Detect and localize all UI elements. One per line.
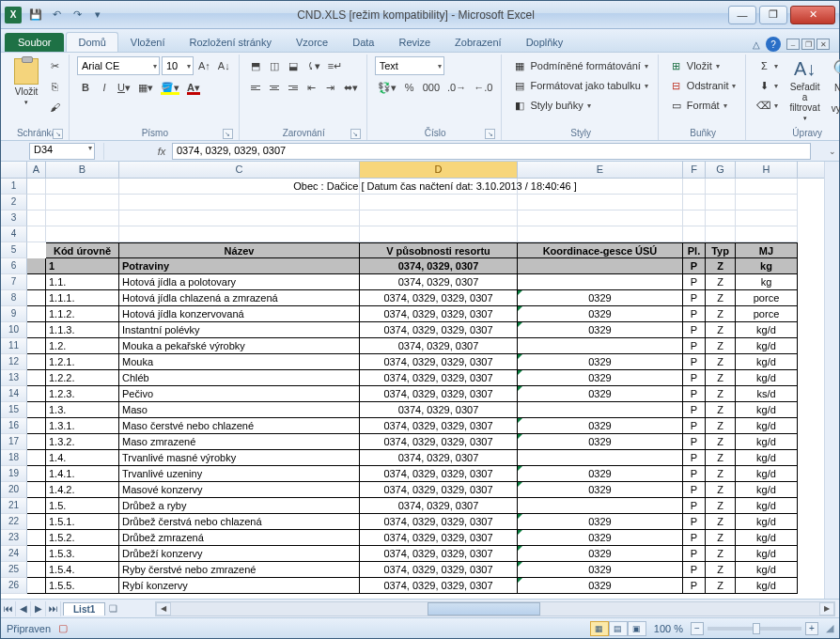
zoom-level[interactable]: 100 % bbox=[654, 623, 683, 634]
cell[interactable] bbox=[27, 498, 46, 514]
cell[interactable]: 0374, 0329, 0329, 0307 bbox=[360, 530, 518, 546]
sheet-nav-last-icon[interactable]: ⏭ bbox=[46, 601, 61, 616]
sheet-nav-prev-icon[interactable]: ◀ bbox=[16, 601, 31, 616]
bold-button[interactable]: B bbox=[77, 78, 94, 97]
cell[interactable]: 1.5.3. bbox=[46, 546, 119, 562]
dialog-launcher-icon[interactable]: ↘ bbox=[223, 129, 233, 139]
sheet-tab[interactable]: List1 bbox=[63, 602, 105, 616]
cell[interactable] bbox=[27, 258, 46, 274]
cell[interactable]: 1.3.2. bbox=[46, 434, 119, 450]
horizontal-scrollbar[interactable]: ◀ ▶ bbox=[155, 601, 835, 616]
cell[interactable]: P bbox=[683, 466, 706, 482]
zoom-slider[interactable] bbox=[708, 627, 801, 631]
cell[interactable]: Maso bbox=[119, 402, 360, 418]
vertical-scrollbar[interactable] bbox=[824, 162, 839, 599]
cell[interactable]: 1.3. bbox=[46, 402, 119, 418]
cell[interactable]: 1.3.1. bbox=[46, 418, 119, 434]
cell[interactable] bbox=[27, 322, 46, 338]
find-select-button[interactable]: 🔍Najít a vybrat▾ bbox=[828, 56, 840, 125]
cell[interactable]: Z bbox=[706, 546, 736, 562]
tab-insert[interactable]: Vložení bbox=[118, 32, 178, 52]
cell[interactable]: Masové konzervy bbox=[119, 482, 360, 498]
cell[interactable]: Rybí konzervy bbox=[119, 578, 360, 594]
cell[interactable] bbox=[27, 306, 46, 322]
cell[interactable]: Z bbox=[706, 530, 736, 546]
cell[interactable] bbox=[360, 195, 518, 210]
view-page-break-icon[interactable]: ▣ bbox=[628, 621, 646, 636]
cell[interactable]: 0374, 0329, 0329, 0307 bbox=[360, 370, 518, 386]
cell[interactable]: 1.2.1. bbox=[46, 354, 119, 370]
cell[interactable] bbox=[27, 418, 46, 434]
font-name-combo[interactable]: Arial CE bbox=[77, 56, 160, 75]
view-normal-icon[interactable]: ▦ bbox=[590, 621, 609, 636]
cell[interactable]: Z bbox=[706, 514, 736, 530]
cell[interactable]: P bbox=[683, 450, 706, 466]
cell-styles-button[interactable]: ◧Styly buňky bbox=[509, 96, 594, 115]
dialog-launcher-icon[interactable]: ↘ bbox=[485, 129, 495, 139]
cell[interactable]: 1.5.4. bbox=[46, 562, 119, 578]
cell[interactable]: 1.5.1. bbox=[46, 514, 119, 530]
resize-grip-icon[interactable]: ◢ bbox=[826, 622, 833, 634]
cell[interactable]: 1.5. bbox=[46, 498, 119, 514]
workbook-minimize-icon[interactable]: – bbox=[786, 39, 800, 50]
font-color-button[interactable]: A▾ bbox=[184, 78, 203, 97]
cell[interactable]: Drůbeží konzervy bbox=[119, 546, 360, 562]
row-header[interactable]: 19 bbox=[1, 466, 27, 482]
cell[interactable] bbox=[46, 195, 119, 210]
cell[interactable] bbox=[46, 210, 119, 226]
cell[interactable]: kg/d bbox=[736, 578, 798, 594]
cell[interactable]: Koordinace-gesce ÚSÚ bbox=[518, 242, 683, 258]
cell[interactable]: P bbox=[683, 370, 706, 386]
cell[interactable]: Drůbež a ryby bbox=[119, 498, 360, 514]
delete-cells-button[interactable]: ⊟Odstranit bbox=[666, 76, 740, 95]
cell[interactable]: kg/d bbox=[736, 354, 798, 370]
cell[interactable] bbox=[27, 290, 46, 306]
cell[interactable]: P bbox=[683, 514, 706, 530]
cell[interactable] bbox=[683, 210, 706, 226]
align-bottom-icon[interactable]: ⬓ bbox=[285, 56, 302, 75]
sheet-nav-next-icon[interactable]: ▶ bbox=[31, 601, 46, 616]
tab-review[interactable]: Revize bbox=[386, 32, 443, 52]
row-header[interactable]: 26 bbox=[1, 578, 27, 594]
cell[interactable]: Z bbox=[706, 322, 736, 338]
fx-icon[interactable]: fx bbox=[151, 146, 172, 157]
zoom-in-button[interactable]: + bbox=[805, 622, 818, 635]
cell[interactable]: 0374, 0329, 0329, 0307 bbox=[360, 418, 518, 434]
workbook-close-icon[interactable]: ✕ bbox=[817, 39, 830, 50]
cell[interactable]: Trvanlivé uzeniny bbox=[119, 466, 360, 482]
accounting-format-icon[interactable]: 💱▾ bbox=[375, 78, 399, 97]
col-header[interactable]: C bbox=[119, 162, 360, 178]
cell[interactable]: P bbox=[683, 498, 706, 514]
cell[interactable]: Z bbox=[706, 370, 736, 386]
decrease-indent-icon[interactable]: ⇤ bbox=[303, 78, 320, 97]
cell[interactable] bbox=[27, 546, 46, 562]
cell[interactable] bbox=[360, 210, 518, 226]
cell[interactable]: Mouka bbox=[119, 354, 360, 370]
cell[interactable]: Instantní polévky bbox=[119, 322, 360, 338]
cell[interactable]: 0329 bbox=[518, 546, 683, 562]
cell[interactable]: 0329 bbox=[518, 354, 683, 370]
border-button[interactable]: ▦▾ bbox=[135, 78, 156, 97]
row-header[interactable]: 21 bbox=[1, 498, 27, 514]
tab-file[interactable]: Soubor bbox=[5, 33, 64, 52]
cell[interactable] bbox=[27, 450, 46, 466]
cell[interactable] bbox=[683, 226, 706, 242]
cell[interactable]: Z bbox=[706, 258, 736, 274]
cell[interactable]: P bbox=[683, 562, 706, 578]
cell[interactable]: 0374, 0329, 0307 bbox=[360, 402, 518, 418]
row-header[interactable]: 22 bbox=[1, 514, 27, 530]
close-button[interactable]: ✕ bbox=[790, 6, 835, 24]
cell[interactable]: P bbox=[683, 546, 706, 562]
increase-indent-icon[interactable]: ⇥ bbox=[322, 78, 339, 97]
row-header[interactable]: 23 bbox=[1, 530, 27, 546]
cell[interactable] bbox=[119, 226, 360, 242]
cell[interactable]: porce bbox=[736, 290, 798, 306]
tab-formulas[interactable]: Vzorce bbox=[284, 32, 340, 52]
row-header[interactable]: 11 bbox=[1, 338, 27, 354]
expand-formula-bar-icon[interactable]: ⌄ bbox=[826, 147, 839, 156]
cell[interactable]: 0329 bbox=[518, 434, 683, 450]
cell[interactable] bbox=[706, 195, 736, 210]
cell[interactable] bbox=[518, 274, 683, 290]
cell[interactable] bbox=[27, 210, 46, 226]
cell[interactable]: kg bbox=[736, 274, 798, 290]
